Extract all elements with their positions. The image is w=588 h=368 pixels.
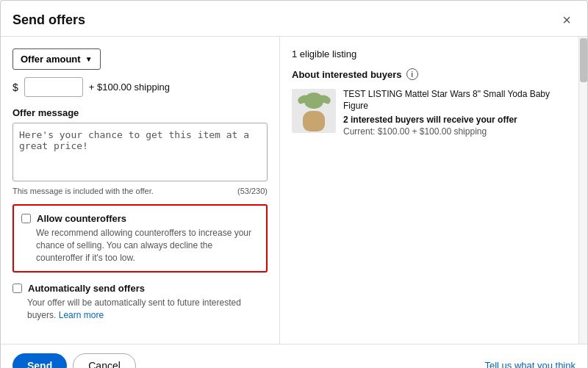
about-buyers-row: About interested buyers i <box>292 68 576 80</box>
counteroffer-desc: We recommend allowing counteroffers to i… <box>36 227 259 264</box>
listing-title: TEST LISTING Mattel Star Wars 8" Small Y… <box>343 89 576 112</box>
offer-amount-arrow-icon: ▼ <box>85 55 93 63</box>
modal-body: Offer amount ▼ $ + $100.00 shipping Offe… <box>1 37 587 344</box>
price-input[interactable] <box>24 77 83 97</box>
yoda-figure <box>295 91 332 131</box>
auto-send-desc: Your offer will be automatically sent to… <box>27 297 268 322</box>
auto-send-label: Automatically send offers <box>28 283 145 294</box>
scrollbar-track[interactable] <box>578 37 587 344</box>
modal-title: Send offers <box>12 12 85 28</box>
price-row: $ + $100.00 shipping <box>12 77 268 97</box>
send-offers-modal: Send offers × Offer amount ▼ $ + $100.00… <box>0 0 588 368</box>
offer-amount-button[interactable]: Offer amount ▼ <box>12 48 101 70</box>
learn-more-link[interactable]: Learn more <box>59 310 104 320</box>
listing-image <box>292 89 336 133</box>
counteroffer-section: Allow counteroffers We recommend allowin… <box>12 204 268 273</box>
left-panel: Offer amount ▼ $ + $100.00 shipping Offe… <box>1 37 280 344</box>
info-icon: i <box>406 68 418 80</box>
counteroffer-label: Allow counteroffers <box>37 213 126 224</box>
modal-header: Send offers × <box>1 1 587 37</box>
eligible-listing: 1 eligible listing <box>292 48 576 59</box>
cancel-button[interactable]: Cancel <box>73 353 136 368</box>
offer-message-label: Offer message <box>12 107 268 118</box>
modal-footer: Send Cancel Tell us what you think <box>1 344 587 368</box>
auto-send-row: Automatically send offers <box>12 283 268 294</box>
right-panel: 1 eligible listing About interested buye… <box>280 37 587 344</box>
dollar-sign: $ <box>12 82 18 93</box>
send-button[interactable]: Send <box>12 353 67 368</box>
listing-card: TEST LISTING Mattel Star Wars 8" Small Y… <box>292 89 576 137</box>
message-included-text: This message is included with the offer. <box>12 187 154 195</box>
auto-send-checkbox[interactable] <box>12 284 22 293</box>
listing-buyers: 2 interested buyers will receive your of… <box>343 115 576 125</box>
tell-us-link[interactable]: Tell us what you think <box>484 360 576 368</box>
listing-current: Current: $100.00 + $100.00 shipping <box>343 126 576 137</box>
offer-message-textarea[interactable] <box>12 123 268 181</box>
shipping-text: + $100.00 shipping <box>89 82 170 93</box>
scrollbar-thumb[interactable] <box>580 38 587 82</box>
counteroffer-row: Allow counteroffers <box>21 213 259 224</box>
footer-left: Send Cancel <box>12 353 136 368</box>
offer-message-section: Offer message This message is included w… <box>12 107 268 195</box>
offer-amount-section: Offer amount ▼ $ + $100.00 shipping <box>12 48 268 97</box>
auto-send-section: Automatically send offers Your offer wil… <box>12 283 268 322</box>
message-count: (53/230) <box>237 187 268 195</box>
close-button[interactable]: × <box>558 11 576 29</box>
yoda-head <box>304 93 323 109</box>
about-buyers-label: About interested buyers <box>292 69 402 80</box>
listing-info: TEST LISTING Mattel Star Wars 8" Small Y… <box>343 89 576 137</box>
yoda-body <box>303 111 325 131</box>
offer-amount-label: Offer amount <box>21 54 81 65</box>
counteroffer-checkbox[interactable] <box>21 214 31 223</box>
message-footer: This message is included with the offer.… <box>12 187 268 195</box>
